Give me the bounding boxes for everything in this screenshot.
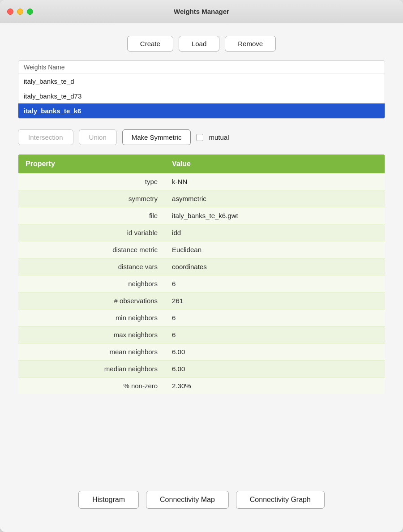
load-button[interactable]: Load: [179, 36, 219, 51]
table-cell-property: id variable: [18, 224, 165, 241]
table-cell-value: 6.00: [165, 343, 385, 360]
connectivity-map-button[interactable]: Connectivity Map: [146, 491, 229, 509]
table-cell-value: italy_banks_te_k6.gwt: [165, 207, 385, 224]
table-cell-value: asymmetric: [165, 190, 385, 207]
table-cell-property: distance vars: [18, 258, 165, 275]
table-cell-value: 6: [165, 309, 385, 326]
operations-row: Intersection Union Make Symmetric mutual: [18, 129, 385, 145]
col-value-header: Value: [165, 154, 385, 174]
table-cell-property: mean neighbors: [18, 343, 165, 360]
make-symmetric-button[interactable]: Make Symmetric: [122, 129, 191, 145]
window-title: Weights Manager: [174, 8, 229, 15]
list-item[interactable]: italy_banks_te_d73: [18, 89, 385, 103]
mutual-checkbox[interactable]: [196, 134, 203, 141]
table-cell-property: # observations: [18, 292, 165, 309]
table-cell-property: type: [18, 173, 165, 190]
connectivity-graph-button[interactable]: Connectivity Graph: [236, 491, 325, 509]
table-cell-property: % non-zero: [18, 378, 165, 395]
histogram-button[interactable]: Histogram: [78, 491, 139, 509]
close-button[interactable]: [7, 9, 13, 15]
intersection-button[interactable]: Intersection: [18, 129, 73, 145]
table-cell-property: distance metric: [18, 241, 165, 258]
table-cell-property: file: [18, 207, 165, 224]
bottom-buttons: Histogram Connectivity Map Connectivity …: [18, 482, 385, 521]
table-row: # observations261: [18, 292, 385, 309]
table-cell-property: max neighbors: [18, 326, 165, 343]
remove-button[interactable]: Remove: [225, 36, 276, 51]
maximize-button[interactable]: [27, 9, 33, 15]
table-cell-property: symmetry: [18, 190, 165, 207]
table-row: max neighbors6: [18, 326, 385, 343]
list-item-selected[interactable]: italy_banks_te_k6: [18, 103, 385, 118]
table-cell-value: 261: [165, 292, 385, 309]
weights-list-header: Weights Name: [18, 61, 385, 74]
main-window: Weights Manager Create Load Remove Weigh…: [0, 0, 403, 532]
table-cell-value: 6.00: [165, 360, 385, 378]
create-button[interactable]: Create: [127, 36, 173, 51]
table-cell-value: 6: [165, 275, 385, 292]
table-row: distance varscoordinates: [18, 258, 385, 275]
table-cell-value: k-NN: [165, 173, 385, 190]
table-row: % non-zero2.30%: [18, 378, 385, 395]
table-cell-value: 2.30%: [165, 378, 385, 395]
table-cell-value: idd: [165, 224, 385, 241]
table-row: mean neighbors6.00: [18, 343, 385, 360]
table-row: fileitaly_banks_te_k6.gwt: [18, 207, 385, 224]
table-header-row: Property Value: [18, 154, 385, 174]
weights-list: Weights Name italy_banks_te_d italy_bank…: [18, 60, 385, 119]
table-row: typek-NN: [18, 173, 385, 190]
traffic-lights: [7, 9, 33, 15]
table-cell-value: 6: [165, 326, 385, 343]
table-row: neighbors6: [18, 275, 385, 292]
table-cell-value: coordinates: [165, 258, 385, 275]
col-property-header: Property: [18, 154, 165, 174]
table-cell-value: Euclidean: [165, 241, 385, 258]
table-row: symmetryasymmetric: [18, 190, 385, 207]
titlebar: Weights Manager: [0, 0, 403, 23]
table-row: min neighbors6: [18, 309, 385, 326]
table-cell-property: min neighbors: [18, 309, 165, 326]
table-cell-property: neighbors: [18, 275, 165, 292]
toolbar: Create Load Remove: [18, 36, 385, 51]
content-area: Create Load Remove Weights Name italy_ba…: [0, 23, 403, 532]
properties-table: Property Value typek-NNsymmetryasymmetri…: [18, 154, 385, 395]
union-button[interactable]: Union: [79, 129, 117, 145]
table-row: median neighbors6.00: [18, 360, 385, 378]
table-row: distance metricEuclidean: [18, 241, 385, 258]
table-cell-property: median neighbors: [18, 360, 165, 378]
mutual-label: mutual: [209, 133, 229, 141]
table-row: id variableidd: [18, 224, 385, 241]
list-item[interactable]: italy_banks_te_d: [18, 74, 385, 89]
minimize-button[interactable]: [17, 9, 23, 15]
